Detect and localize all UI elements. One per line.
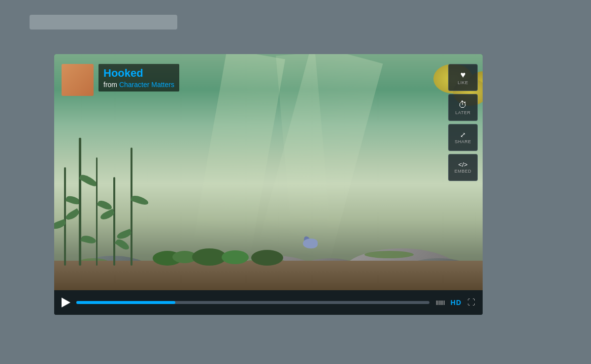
video-title[interactable]: Hooked (103, 67, 174, 80)
video-title-block: Hooked from Character Matters (98, 64, 179, 91)
fish-body (303, 239, 318, 248)
like-label: LIKE (458, 80, 468, 85)
moss-3 (364, 251, 414, 258)
fullscreen-button[interactable]: ⛶ (467, 298, 475, 307)
channel-avatar (62, 64, 94, 96)
video-player: Hooked from Character Matters ♥ LIKE ⏱ L… (54, 54, 483, 315)
video-from-line: from Character Matters (103, 81, 174, 89)
clock-icon: ⏱ (459, 100, 467, 109)
share-icon: ⤢ (460, 131, 466, 138)
video-controls-bar: IIIIIII HD ⛶ (54, 290, 483, 315)
hd-badge: HD (451, 299, 461, 306)
progress-bar[interactable] (76, 301, 429, 304)
heart-icon: ♥ (460, 70, 466, 79)
fish-character (300, 236, 320, 251)
progress-fill (76, 301, 175, 304)
embed-label: EMBED (455, 169, 472, 174)
leaf-7 (99, 209, 115, 221)
like-button[interactable]: ♥ LIKE (448, 64, 478, 91)
leaf-5 (81, 234, 97, 244)
stem-4 (113, 177, 115, 266)
leaf-4 (65, 208, 81, 221)
top-bar-redacted (30, 15, 177, 30)
share-label: SHARE (455, 139, 471, 144)
from-label: from (103, 81, 117, 89)
action-buttons-panel: ♥ LIKE ⏱ LATER ⤢ SHARE </> EMBED (448, 64, 478, 181)
bottom-greenery (153, 236, 300, 266)
stem-5 (131, 148, 132, 266)
volume-icon[interactable]: IIIIIII (435, 299, 444, 306)
embed-button[interactable]: </> EMBED (448, 154, 478, 181)
green-blob-4 (222, 250, 249, 264)
play-button[interactable] (62, 298, 70, 307)
share-button[interactable]: ⤢ SHARE (448, 124, 478, 151)
leaf-8 (115, 238, 131, 252)
green-blob-5 (251, 250, 283, 266)
stem-3 (96, 157, 98, 266)
later-label: LATER (456, 110, 471, 115)
later-button[interactable]: ⏱ LATER (448, 94, 478, 121)
video-info-overlay: Hooked from Character Matters (62, 64, 179, 96)
stem-2 (79, 138, 81, 266)
page-wrapper: Hooked from Character Matters ♥ LIKE ⏱ L… (0, 0, 591, 364)
leaf-9 (131, 194, 150, 206)
leaf-2 (54, 219, 66, 230)
embed-icon: </> (459, 161, 468, 168)
channel-name[interactable]: Character Matters (119, 81, 174, 89)
background-plants (54, 118, 153, 266)
